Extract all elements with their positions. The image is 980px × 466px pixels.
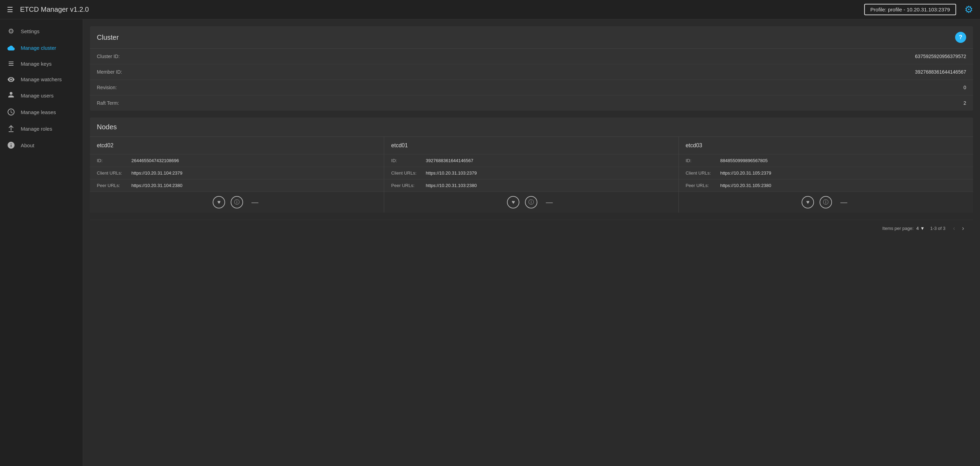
node-etcd02-info-button[interactable]: ⓘ: [231, 196, 243, 208]
node-etcd02-id-label: ID:: [97, 158, 131, 163]
node-etcd02-peer-row: Peer URLs: https://10.20.31.104:2380: [90, 180, 384, 192]
items-per-page-select[interactable]: 4 ▼: [916, 226, 925, 231]
raft-term-row: Raft Term: 2: [90, 95, 973, 111]
items-per-page-label: Items per page:: [882, 226, 913, 231]
node-card-etcd01: etcd01 ID: 3927688361644146567 Client UR…: [384, 137, 678, 213]
keys-icon: [7, 60, 15, 67]
node-etcd03-peer-label: Peer URLs:: [686, 183, 720, 188]
nodes-title: Nodes: [90, 118, 973, 137]
node-etcd02-id-row: ID: 2644655047432108696: [90, 154, 384, 167]
cluster-help-button[interactable]: ?: [955, 32, 966, 43]
header: ☰ ETCD Manager v1.2.0 Profile: profile -…: [0, 0, 980, 19]
node-card-etcd02: etcd02 ID: 2644655047432108696 Client UR…: [90, 137, 384, 213]
items-per-page-value: 4: [916, 226, 919, 231]
node-etcd02-peer-label: Peer URLs:: [97, 183, 131, 188]
sidebar-label-manage-watchers: Manage watchers: [21, 76, 62, 82]
node-etcd02-actions: ♥ ⓘ —: [90, 192, 384, 213]
layout: ⚙ Settings Manage cluster Manage keys: [0, 19, 980, 466]
sidebar-item-manage-leases[interactable]: Manage leases: [0, 104, 83, 120]
node-etcd01-id-value: 3927688361644146567: [426, 158, 473, 163]
node-etcd01-client-row: Client URLs: https://10.20.31.103:2379: [384, 167, 678, 180]
sidebar-item-about[interactable]: About: [0, 137, 83, 153]
node-etcd02-client-value: https://10.20.31.104:2379: [131, 170, 182, 176]
sidebar-label-manage-roles: Manage roles: [21, 126, 52, 132]
sidebar-item-manage-cluster[interactable]: Manage cluster: [0, 40, 83, 56]
revision-label: Revision:: [97, 85, 117, 90]
node-etcd02-id-value: 2644655047432108696: [131, 158, 179, 163]
node-etcd03-info-button[interactable]: ⓘ: [819, 196, 832, 208]
cluster-section-header: Cluster ?: [90, 26, 973, 49]
sidebar-item-manage-watchers[interactable]: Manage watchers: [0, 72, 83, 87]
revision-value: 0: [963, 85, 966, 90]
pagination-prev-button[interactable]: ‹: [951, 224, 957, 233]
pagination-footer: Items per page: 4 ▼ 1-3 of 3 ‹ ›: [90, 219, 973, 237]
node-etcd03-peer-row: Peer URLs: https://10.20.31.105:2380: [679, 180, 973, 192]
pagination-nav: ‹ ›: [951, 224, 966, 233]
node-etcd01-client-label: Client URLs:: [391, 170, 426, 176]
sidebar-item-manage-users[interactable]: Manage users: [0, 87, 83, 104]
app-title: ETCD Manager v1.2.0: [20, 6, 864, 13]
cluster-id-row: Cluster ID: 6375925920956379572: [90, 49, 973, 64]
node-etcd02-client-row: Client URLs: https://10.20.31.104:2379: [90, 167, 384, 180]
items-per-page-chevron-icon: ▼: [920, 226, 925, 231]
revision-row: Revision: 0: [90, 80, 973, 95]
watchers-icon: [7, 77, 15, 82]
node-etcd03-peer-value: https://10.20.31.105:2380: [720, 183, 771, 188]
node-name-etcd01: etcd01: [384, 137, 678, 154]
pagination-items-per-page: Items per page: 4 ▼: [882, 226, 924, 231]
settings-gear-icon[interactable]: ⚙: [964, 4, 973, 15]
node-name-etcd02: etcd02: [90, 137, 384, 154]
sidebar-item-settings[interactable]: ⚙ Settings: [0, 22, 83, 40]
sidebar-label-about: About: [21, 142, 34, 148]
sidebar-label-manage-cluster: Manage cluster: [21, 45, 56, 51]
node-card-etcd03: etcd03 ID: 8848550999896567805 Client UR…: [679, 137, 973, 213]
nodes-grid: etcd02 ID: 2644655047432108696 Client UR…: [90, 137, 973, 213]
node-etcd03-client-label: Client URLs:: [686, 170, 720, 176]
roles-icon: [7, 125, 15, 132]
node-etcd02-favorite-button[interactable]: ♥: [213, 196, 225, 208]
node-etcd03-favorite-button[interactable]: ♥: [802, 196, 814, 208]
users-icon: [7, 92, 15, 99]
cluster-id-value: 6375925920956379572: [915, 54, 966, 59]
leases-icon: [7, 108, 15, 116]
node-etcd01-favorite-button[interactable]: ♥: [507, 196, 519, 208]
node-etcd03-client-row: Client URLs: https://10.20.31.105:2379: [679, 167, 973, 180]
node-etcd03-client-value: https://10.20.31.105:2379: [720, 170, 771, 176]
cluster-section: Cluster ? Cluster ID: 637592592095637957…: [90, 26, 973, 111]
sidebar-item-manage-keys[interactable]: Manage keys: [0, 56, 83, 72]
menu-icon[interactable]: ☰: [7, 6, 13, 14]
pagination-range: 1-3 of 3: [930, 226, 945, 231]
node-name-etcd03: etcd03: [679, 137, 973, 154]
node-etcd03-id-row: ID: 8848550999896567805: [679, 154, 973, 167]
node-etcd01-peer-label: Peer URLs:: [391, 183, 426, 188]
node-etcd01-peer-row: Peer URLs: https://10.20.31.103:2380: [384, 180, 678, 192]
node-etcd03-remove-button[interactable]: —: [838, 196, 850, 208]
node-etcd01-id-row: ID: 3927688361644146567: [384, 154, 678, 167]
settings-icon: ⚙: [7, 27, 15, 35]
node-etcd01-actions: ♥ ⓘ —: [384, 192, 678, 213]
sidebar-label-manage-users: Manage users: [21, 93, 54, 99]
cloud-icon: [7, 45, 15, 51]
sidebar-label-manage-leases: Manage leases: [21, 109, 56, 115]
cluster-id-label: Cluster ID:: [97, 54, 120, 59]
cluster-title: Cluster: [97, 33, 119, 41]
member-id-value: 3927688361644146567: [915, 69, 966, 75]
sidebar: ⚙ Settings Manage cluster Manage keys: [0, 19, 83, 466]
pagination-next-button[interactable]: ›: [960, 224, 966, 233]
node-etcd01-info-button[interactable]: ⓘ: [525, 196, 538, 208]
node-etcd02-client-label: Client URLs:: [97, 170, 131, 176]
about-icon: [7, 142, 15, 149]
sidebar-item-manage-roles[interactable]: Manage roles: [0, 120, 83, 137]
member-id-row: Member ID: 3927688361644146567: [90, 64, 973, 80]
node-etcd02-peer-value: https://10.20.31.104:2380: [131, 183, 182, 188]
node-etcd03-id-value: 8848550999896567805: [720, 158, 768, 163]
node-etcd02-remove-button[interactable]: —: [249, 196, 261, 208]
node-etcd01-client-value: https://10.20.31.103:2379: [426, 170, 477, 176]
main-content: Cluster ? Cluster ID: 637592592095637957…: [83, 19, 980, 466]
node-etcd01-remove-button[interactable]: —: [543, 196, 555, 208]
node-etcd01-id-label: ID:: [391, 158, 426, 163]
nodes-section: Nodes etcd02 ID: 2644655047432108696 Cli…: [90, 118, 973, 213]
node-etcd03-actions: ♥ ⓘ —: [679, 192, 973, 213]
node-etcd01-peer-value: https://10.20.31.103:2380: [426, 183, 477, 188]
raft-term-value: 2: [963, 100, 966, 106]
